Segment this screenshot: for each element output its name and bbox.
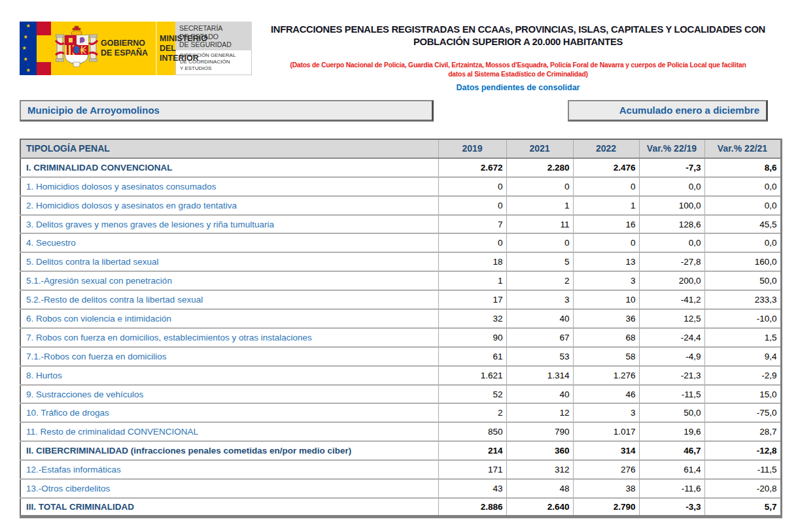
cell-value: -10,0 (704, 309, 781, 328)
cell-value: 9,4 (704, 347, 781, 366)
cell-value: 32 (438, 309, 506, 328)
cell-value: 360 (506, 441, 573, 460)
column-header-var-22-21: Var.% 22/21 (704, 139, 781, 158)
row-label: 11. Resto de criminalidad CONVENCIONAL (20, 422, 438, 441)
cell-value: -12,8 (704, 441, 781, 460)
row-label: 7.1.-Robos con fuerza en domicilios (20, 347, 438, 366)
table-row: 7.1.-Robos con fuerza en domicilios61535… (20, 347, 781, 366)
report-page: ★ ★ ★ ★ ★ (0, 0, 798, 532)
cell-value: -20,8 (704, 479, 781, 498)
row-label: I. CRIMINALIDAD CONVENCIONAL (20, 158, 438, 177)
cell-value: 11 (506, 215, 573, 234)
status-note: Datos pendientes de consolidar (260, 83, 776, 92)
table-row: 6. Robos con violencia e intimidación324… (20, 309, 781, 328)
table-row: 2. Homicidios dolosos y asesinatos en gr… (20, 196, 781, 215)
column-header-var-22-19: Var.% 22/19 (639, 139, 704, 158)
cell-value: 40 (506, 309, 573, 328)
cell-value: 1 (506, 196, 573, 215)
cell-value: 0,0 (704, 196, 781, 215)
cell-value: 0,0 (639, 233, 704, 252)
cell-value: 0 (438, 233, 506, 252)
table-row: I. CRIMINALIDAD CONVENCIONAL2.6722.2802.… (20, 158, 781, 177)
table-row: 13.-Otros ciberdelitos434838-11,6-20,8 (20, 479, 781, 498)
cell-value: 18 (438, 252, 506, 271)
cell-value: -3,3 (639, 498, 704, 517)
spain-coat-of-arms-icon (55, 25, 98, 72)
period-box: Acumulado enero a diciembre (568, 100, 768, 122)
column-header-2021: 2021 (506, 139, 573, 158)
cell-value: 16 (573, 215, 639, 234)
row-label: 10. Tráfico de drogas (20, 403, 438, 422)
cell-value: 0,0 (639, 177, 704, 196)
row-label: 7. Robos con fuerza en domicilios, estab… (20, 328, 438, 347)
cell-value: 7 (438, 215, 506, 234)
table-row: 3. Delitos graves y menos graves de lesi… (20, 215, 781, 234)
table-row: III. TOTAL CRIMINALIDAD2.8862.6402.790-3… (20, 498, 781, 517)
cell-value: 1.621 (438, 366, 506, 385)
cell-value: 5,7 (704, 498, 781, 517)
cell-value: 67 (506, 328, 573, 347)
cell-value: 61,4 (639, 460, 704, 479)
cell-value: 17 (438, 290, 506, 309)
cell-value: 3 (573, 271, 639, 290)
row-label: 2. Homicidios dolosos y asesinatos en gr… (20, 196, 438, 215)
cell-value: 160,0 (704, 252, 781, 271)
cell-value: 2.790 (573, 498, 639, 517)
cell-value: 2 (506, 271, 573, 290)
cell-value: 3 (506, 290, 573, 309)
cell-value: 52 (438, 385, 506, 404)
cell-value: 50,0 (639, 403, 704, 422)
eu-star-icon: ★ (23, 35, 27, 40)
eu-star-icon: ★ (23, 57, 27, 62)
cell-value: 100,0 (639, 196, 704, 215)
cell-value: -11,6 (639, 479, 704, 498)
cell-value: 0,0 (704, 177, 781, 196)
cell-value: 2.640 (506, 498, 573, 517)
cell-value: 790 (506, 422, 573, 441)
row-label: 3. Delitos graves y menos graves de lesi… (20, 215, 438, 234)
eu-flag: ★ ★ ★ ★ ★ (20, 22, 37, 75)
row-label: 6. Robos con violencia e intimidación (20, 309, 438, 328)
municipality-box: Municipio de Arroyomolinos (20, 100, 434, 122)
table-row: 1. Homicidios dolosos y asesinatos consu… (20, 177, 781, 196)
cell-value: 214 (438, 441, 506, 460)
cell-value: -75,0 (704, 403, 781, 422)
cell-value: -11,5 (639, 385, 704, 404)
table-header-row: TIPOLOGÍA PENAL 2019 2021 2022 Var.% 22/… (20, 139, 781, 158)
cell-value: -21,3 (639, 366, 704, 385)
cell-value: 850 (438, 422, 506, 441)
cell-value: 233,3 (704, 290, 781, 309)
cell-value: 48 (506, 479, 573, 498)
column-header-tipologia: TIPOLOGÍA PENAL (20, 139, 438, 158)
header-titles: INFRACCIONES PENALES REGISTRADAS EN CCAA… (260, 24, 776, 92)
cell-value: 1.276 (573, 366, 639, 385)
cell-value: -7,3 (639, 158, 704, 177)
cell-value: 0 (573, 177, 639, 196)
row-label: 8. Hurtos (20, 366, 438, 385)
cell-value: 1.314 (506, 366, 573, 385)
table-row: 5.2.-Resto de delitos contra la libertad… (20, 290, 781, 309)
row-label: 5.1.-Agresión sexual con penetración (20, 271, 438, 290)
cell-value: -24,4 (639, 328, 704, 347)
cell-value: 40 (506, 385, 573, 404)
cell-value: -2,9 (704, 366, 781, 385)
crime-stats-table: TIPOLOGÍA PENAL 2019 2021 2022 Var.% 22/… (20, 139, 782, 518)
cell-value: 43 (438, 479, 506, 498)
cell-value: 13 (573, 252, 639, 271)
cell-value: 45,5 (704, 215, 781, 234)
column-header-2019: 2019 (438, 139, 506, 158)
row-label: II. CIBERCRIMINALIDAD (infracciones pena… (20, 441, 438, 460)
row-label: III. TOTAL CRIMINALIDAD (20, 498, 438, 517)
cell-value: -11,5 (704, 460, 781, 479)
cell-value: 276 (573, 460, 639, 479)
cell-value: 12,5 (639, 309, 704, 328)
cell-value: 0 (506, 233, 573, 252)
table-row: 8. Hurtos1.6211.3141.276-21,3-2,9 (20, 366, 781, 385)
row-label: 5. Delitos contra la libertad sexual (20, 252, 438, 271)
cell-value: -41,2 (639, 290, 704, 309)
cell-value: 46 (573, 385, 639, 404)
table-body: I. CRIMINALIDAD CONVENCIONAL2.6722.2802.… (20, 158, 781, 517)
cell-value: 312 (506, 460, 573, 479)
spain-flag (37, 22, 51, 75)
row-label: 13.-Otros ciberdelitos (20, 479, 438, 498)
